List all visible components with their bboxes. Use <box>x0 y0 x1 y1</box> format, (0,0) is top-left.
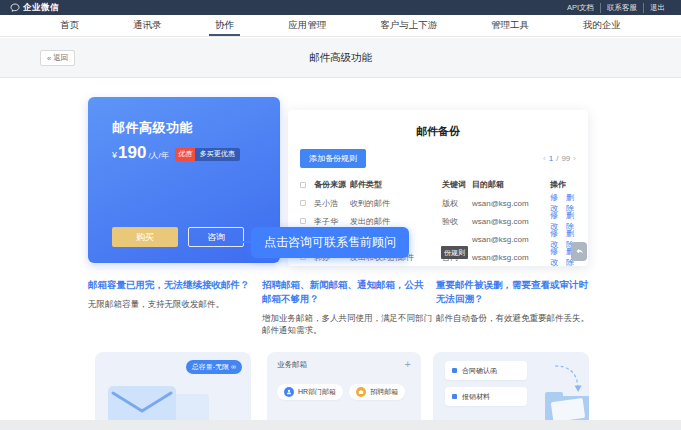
discount-badge: 优惠 多买更优惠 <box>175 148 240 161</box>
bullet-icon <box>452 394 457 399</box>
cursor-hover-tip: 份规则 <box>441 246 468 259</box>
back-arrow-icon: « <box>47 54 51 63</box>
business-card-header: 业务邮箱 + <box>277 360 411 370</box>
mailbox-pill-recruit: 招聘邮箱 <box>349 384 405 400</box>
nav-item-customers[interactable]: 客户与上下游 <box>378 15 439 36</box>
page-separator: / <box>556 154 558 163</box>
business-card-title: 业务邮箱 <box>277 360 307 370</box>
backup-item-expense: 报销材料 <box>445 387 527 406</box>
prev-page-icon[interactable]: ‹ <box>543 154 546 163</box>
nav-item-contacts[interactable]: 通讯录 <box>131 15 164 36</box>
nav-item-admin-tools[interactable]: 管理工具 <box>489 15 531 36</box>
share-icon <box>575 247 584 256</box>
currency-symbol: ¥ <box>112 150 117 160</box>
feature-backup: 重要邮件被误删，需要查看或审计时无法回溯？ 邮件自动备份，有效避免重要邮件丢失。 <box>436 278 590 324</box>
app-screen: 企业微信 API文档 联系客服 退出 首页 通讯录 协作 应用管理 客户与上下游… <box>0 0 681 430</box>
backup-item-label: 合同确认函 <box>462 366 497 376</box>
topbar-link-api-docs[interactable]: API文档 <box>561 3 600 13</box>
capacity-badge: 总容量-无限 ∞ <box>186 360 242 374</box>
select-all-checkbox[interactable] <box>300 182 306 188</box>
backup-item-contract: 合同确认函 <box>445 361 527 380</box>
business-mailbox-card: 业务邮箱 + HR部门邮箱 招聘邮箱 <box>267 352 421 428</box>
cell-source: 李子华 <box>314 216 350 227</box>
table-header-row: 备份来源 邮件类型 关键词 目的邮箱 操作 <box>300 177 576 192</box>
feature-body: 邮件自动备份，有效避免重要邮件丢失。 <box>436 312 590 324</box>
primary-nav: 首页 通讯录 协作 应用管理 客户与上下游 管理工具 我的企业 <box>0 15 681 37</box>
feature-heading: 重要邮件被误删，需要查看或审计时无法回溯？ <box>436 278 590 306</box>
capacity-illustration-card: 总容量-无限 ∞ <box>95 352 251 428</box>
nav-item-my-company[interactable]: 我的企业 <box>581 15 623 36</box>
cell-target: wsan@ksg.com <box>472 217 550 226</box>
cell-type: 发出的邮件 <box>350 216 442 227</box>
col-type: 邮件类型 <box>350 179 442 190</box>
price-amount: 190 <box>118 143 146 163</box>
discount-text: 多买更优惠 <box>195 148 240 161</box>
buy-button[interactable]: 购买 <box>112 227 178 247</box>
mailbox-pills: HR部门邮箱 招聘邮箱 <box>277 384 411 400</box>
topbar-link-logout[interactable]: 退出 <box>643 3 671 13</box>
cell-target: wsan@ksg.com <box>472 253 550 262</box>
backup-card-title: 邮件备份 <box>300 124 576 139</box>
pagination: ‹ 1 / 99 › <box>543 154 576 163</box>
table-row: 李子华 发出的邮件 验收 wsan@ksg.com 修改删除 <box>300 210 576 228</box>
total-pages: 99 <box>561 154 570 163</box>
col-keyword: 关键词 <box>442 179 472 190</box>
topbar-links: API文档 联系客服 退出 <box>561 3 671 13</box>
feature-capacity: 邮箱容量已用完，无法继续接收邮件？ 无限邮箱容量，支持无限收发邮件。 <box>88 278 258 310</box>
promo-title: 邮件高级功能 <box>112 119 193 137</box>
table-row: 吴小浩 收到的邮件 版权 wsan@ksg.com 修改删除 <box>300 192 576 210</box>
col-target: 目的邮箱 <box>472 179 550 190</box>
price-unit: /人/年 <box>148 150 168 161</box>
next-page-icon[interactable]: › <box>573 154 576 163</box>
brand-logo[interactable]: 企业微信 <box>10 2 59 14</box>
bottom-gray-strip <box>0 420 681 430</box>
feature-body: 无限邮箱容量，支持无限收发邮件。 <box>88 298 258 310</box>
cell-source: 吴小浩 <box>314 198 350 209</box>
page-title: 邮件高级功能 <box>309 51 372 65</box>
mailbox-pill-hr: HR部门邮箱 <box>277 384 343 400</box>
backup-item-label: 报销材料 <box>462 392 490 402</box>
mailbox-pill-label: HR部门邮箱 <box>298 387 336 397</box>
person-icon <box>284 387 294 397</box>
page-titlebar: « 返回 邮件高级功能 <box>0 38 681 78</box>
row-checkbox[interactable] <box>300 200 306 206</box>
auto-backup-card: 合同确认函 报销材料 <box>433 352 589 428</box>
brand-name: 企业微信 <box>23 2 59 14</box>
topbar: 企业微信 API文档 联系客服 退出 <box>0 0 681 15</box>
bullet-icon <box>452 368 457 373</box>
col-action: 操作 <box>550 179 576 190</box>
promo-actions: 购买 咨询 <box>112 227 244 247</box>
cell-type: 收到的邮件 <box>350 198 442 209</box>
feature-heading: 招聘邮箱、新闻邮箱、通知邮箱，公共邮箱不够用？ <box>262 278 432 306</box>
row-checkbox[interactable] <box>300 218 306 224</box>
mailbox-pill-label: 招聘邮箱 <box>370 387 398 397</box>
cell-target: wsan@ksg.com <box>472 199 550 208</box>
feature-heading: 邮箱容量已用完，无法继续接收邮件？ <box>88 278 258 292</box>
topbar-link-support[interactable]: 联系客服 <box>600 3 643 13</box>
nav-item-app-management[interactable]: 应用管理 <box>286 15 328 36</box>
briefcase-icon <box>356 387 366 397</box>
consult-button[interactable]: 咨询 <box>188 227 244 247</box>
plus-icon[interactable]: + <box>405 360 411 368</box>
back-label: 返回 <box>53 53 68 63</box>
current-page: 1 <box>549 154 553 163</box>
edit-link[interactable]: 修改 <box>550 246 560 268</box>
side-share-widget[interactable] <box>571 242 587 261</box>
price-row: ¥ 190 /人/年 优惠 多买更优惠 <box>112 143 240 163</box>
add-backup-rule-button[interactable]: 添加备份规则 <box>300 149 366 168</box>
chat-bubble-icon <box>10 3 20 13</box>
nav-item-collaboration[interactable]: 协作 <box>213 15 236 36</box>
back-button[interactable]: « 返回 <box>40 50 75 66</box>
feature-business-mailbox: 招聘邮箱、新闻邮箱、通知邮箱，公共邮箱不够用？ 增加业务邮箱，多人共同使用，满足… <box>262 278 432 336</box>
cell-keyword: 验收 <box>442 216 472 227</box>
feature-body: 增加业务邮箱，多人共同使用，满足不同部门邮件通知需求。 <box>262 312 432 337</box>
col-source: 备份来源 <box>314 179 350 190</box>
nav-item-home[interactable]: 首页 <box>58 15 81 36</box>
cell-keyword: 版权 <box>442 198 472 209</box>
discount-tag: 优惠 <box>175 148 195 161</box>
backup-toolbar: 添加备份规则 ‹ 1 / 99 › <box>300 149 576 168</box>
cell-target: wsan@ksg.com <box>472 235 550 244</box>
consult-tooltip: 点击咨询可联系售前顾问 <box>251 227 409 258</box>
